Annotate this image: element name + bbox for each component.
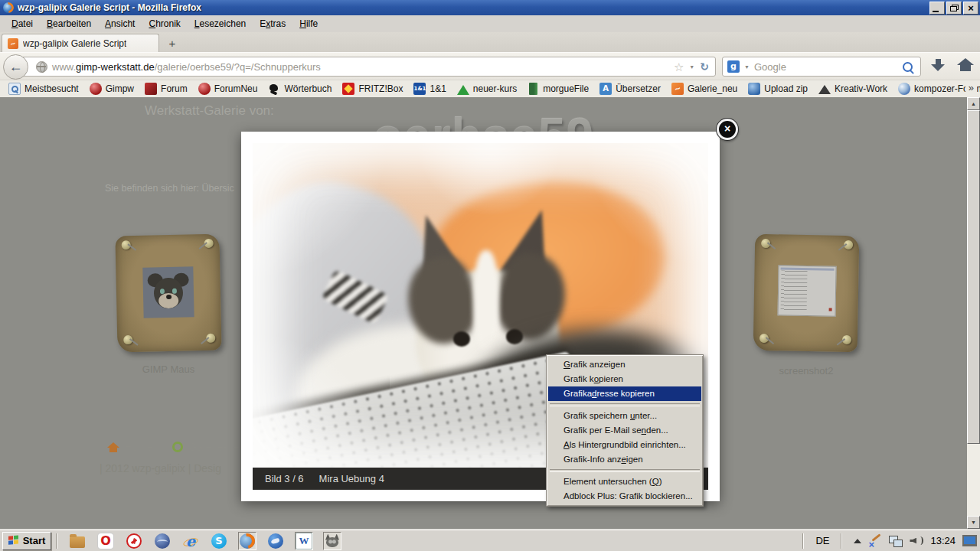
- scrollbar-up-icon[interactable]: ▲: [967, 97, 980, 110]
- firefox-logo-icon: [3, 2, 14, 13]
- quicklaunch-thunderbird[interactable]: [266, 532, 285, 550]
- context-menu-grafikadresse-kopieren[interactable]: Grafikadresse kopieren: [548, 386, 701, 401]
- downloads-button[interactable]: [930, 59, 946, 74]
- pin-icon: [760, 334, 769, 343]
- pin-icon: [122, 240, 131, 249]
- scrollbar-thumb[interactable]: [967, 110, 980, 444]
- bookmark-fritz-box[interactable]: FRITZ!Box: [337, 81, 408, 96]
- dictionary-bird-icon: [268, 83, 280, 95]
- scrollbar[interactable]: ▲ ▼: [967, 97, 980, 529]
- quicklaunch-firefox[interactable]: [238, 532, 256, 550]
- bookmark-galerie-neu[interactable]: Galerie_neu: [666, 81, 743, 96]
- bookmark-1-1[interactable]: 1&1: [408, 81, 451, 96]
- bookmark-forumneu[interactable]: ForumNeu: [193, 81, 263, 96]
- folder-icon: [70, 536, 85, 548]
- window-titlebar[interactable]: wzp-galipix Galerie Script - Mozilla Fir…: [0, 0, 980, 15]
- context-menu-adblock-plus-grafik-blockieren[interactable]: Adblock Plus: Grafik blockieren...: [548, 489, 701, 504]
- house-icon: [107, 442, 119, 452]
- new-tab-button[interactable]: +: [162, 35, 182, 51]
- close-window-button[interactable]: [963, 2, 978, 15]
- tray-network-icon[interactable]: [889, 535, 903, 547]
- menu-datei[interactable]: Datei: [5, 17, 40, 31]
- thumbnail-frame-gimp-maus[interactable]: [115, 234, 221, 353]
- search-go-icon[interactable]: [903, 62, 913, 72]
- bookmark-w-rterbuch[interactable]: Wörterbuch: [263, 81, 337, 96]
- quicklaunch-word[interactable]: [295, 532, 313, 550]
- reload-icon[interactable]: ↻: [700, 60, 709, 73]
- bookmark-kreativ-work[interactable]: Kreativ-Work: [813, 81, 893, 96]
- site-identity-globe-icon[interactable]: [36, 61, 47, 73]
- bookmark-bersetzer[interactable]: Übersetzer: [594, 81, 666, 96]
- context-menu: Grafik anzeigenGrafik kopierenGrafikadre…: [546, 354, 704, 507]
- tray-clock[interactable]: 13:24: [930, 535, 956, 546]
- lightbox-title: Mira Uebung 4: [319, 473, 384, 484]
- bookmark-upload-zip[interactable]: Upload zip: [743, 81, 813, 96]
- quicklaunch-globe-app[interactable]: [153, 532, 172, 550]
- thumbnail-frame-screenshot2[interactable]: [753, 234, 860, 352]
- context-menu-grafik-kopieren[interactable]: Grafik kopieren: [548, 372, 701, 386]
- tab-bar: wzp-galipix Galerie Script +: [0, 32, 980, 52]
- start-button[interactable]: Start: [2, 532, 51, 550]
- morguefile-icon: [529, 83, 537, 95]
- quicklaunch-snipping[interactable]: [125, 532, 143, 550]
- quicklaunch-skype[interactable]: [210, 532, 228, 550]
- gimpw-icon: [90, 83, 102, 95]
- restore-button[interactable]: [946, 2, 962, 15]
- bookmark-morguefile[interactable]: morgueFile: [522, 81, 594, 96]
- quicklaunch-folder[interactable]: [68, 532, 87, 550]
- language-indicator[interactable]: DE: [815, 535, 829, 546]
- thumbnail-gimp-maus[interactable]: [142, 266, 194, 318]
- menu-ansicht[interactable]: Ansicht: [98, 17, 142, 31]
- gimp-icon: [325, 533, 340, 549]
- gallery-refresh-icon: [172, 442, 183, 452]
- snipping-icon: [126, 533, 142, 549]
- bookmark-meistbesucht[interactable]: Meistbesucht: [3, 81, 84, 96]
- tray-volume-icon[interactable]: [910, 535, 923, 547]
- tray-collapse-icon[interactable]: [854, 539, 861, 543]
- scrollbar-down-icon[interactable]: ▼: [967, 516, 980, 529]
- context-menu-grafik-speichern-unter[interactable]: Grafik speichern unter...: [548, 409, 701, 423]
- taskbar: Start DE 13:24: [0, 530, 980, 551]
- lightbox-counter: Bild 3 / 6: [265, 473, 304, 484]
- thumbnail-screenshot2[interactable]: [777, 265, 836, 316]
- gallery-directory-link[interactable]: Galerie-Ver: [172, 441, 243, 453]
- menu-hilfe[interactable]: Hilfe: [292, 17, 325, 31]
- quicklaunch-gimp[interactable]: [323, 532, 341, 550]
- context-menu-element-untersuchen-q[interactable]: Element untersuchen (Q): [548, 474, 701, 489]
- quicklaunch-opera[interactable]: [96, 532, 115, 550]
- minimize-button[interactable]: [929, 2, 945, 15]
- google-search-engine-icon[interactable]: g: [727, 60, 740, 73]
- search-bar[interactable]: g ▼ Google: [722, 57, 921, 77]
- bookmarks-overflow-button[interactable]: »: [965, 82, 977, 93]
- context-menu-als-hintergrundbild-einrichten[interactable]: Als Hintergrundbild einrichten...: [548, 438, 701, 452]
- tab-active[interactable]: wzp-galipix Galerie Script: [2, 34, 159, 52]
- bookmark-neuer-kurs[interactable]: neuer-kurs: [452, 81, 522, 96]
- tab-favicon-icon: [8, 38, 18, 49]
- tray-brush-app-icon[interactable]: [868, 535, 882, 547]
- bookmark-gimpw[interactable]: Gimpw: [84, 81, 139, 96]
- menu-chronik[interactable]: Chronik: [142, 17, 187, 31]
- forum-icon: [145, 83, 157, 95]
- url-dropdown-icon[interactable]: ▼: [689, 64, 694, 70]
- bookmark-star-icon[interactable]: ☆: [674, 61, 684, 73]
- show-desktop-icon[interactable]: [962, 535, 977, 546]
- navigation-toolbar: ← www.gimp-werkstatt.de/galerie/oerbse59…: [0, 52, 980, 80]
- menu-extras[interactable]: Extras: [253, 17, 292, 31]
- thunderbird-icon: [268, 533, 283, 549]
- home-button[interactable]: [957, 58, 974, 75]
- context-menu-grafik-info-anzeigen[interactable]: Grafik-Info anzeigen: [548, 452, 701, 467]
- url-bar[interactable]: www.gimp-werkstatt.de/galerie/oerbse59/?…: [15, 57, 716, 77]
- thumbnail-caption-left: GIMP Maus: [116, 364, 220, 375]
- quicklaunch-ie[interactable]: [181, 532, 200, 550]
- context-menu-grafik-anzeigen[interactable]: Grafik anzeigen: [548, 357, 701, 372]
- search-engine-dropdown-icon[interactable]: ▼: [744, 64, 750, 70]
- menu-lesezeichen[interactable]: Lesezeichen: [188, 17, 253, 31]
- pin-icon: [204, 239, 214, 248]
- back-button[interactable]: ←: [3, 54, 28, 80]
- context-menu-grafik-per-e-mail-senden[interactable]: Grafik per E-Mail senden...: [548, 423, 701, 438]
- bookmark-forum[interactable]: Forum: [139, 81, 193, 96]
- firefox-icon: [240, 533, 255, 549]
- home-link[interactable]: Home: [107, 441, 152, 453]
- menu-bearbeiten[interactable]: Bearbeiten: [40, 17, 98, 31]
- lightbox-close-button[interactable]: ×: [717, 119, 738, 140]
